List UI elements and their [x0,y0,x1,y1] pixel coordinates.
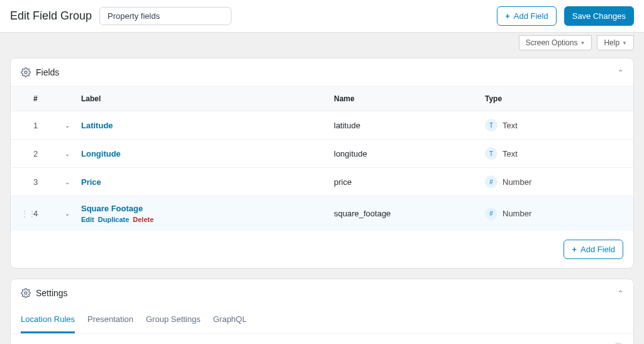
expand-field-icon[interactable]: ⌄ [65,122,81,129]
save-changes-button[interactable]: Save Changes [564,6,634,26]
content: Fields ⌃ # Label Name Type 1⌄Latitudelat… [0,50,644,344]
add-field-top-button[interactable]: Add Field [497,6,557,26]
page-title: Edit Field Group [10,9,92,23]
tab-graphql[interactable]: GraphQL [213,307,247,333]
field-label-link[interactable]: Square Footage [81,204,143,213]
tab-location-rules[interactable]: Location Rules [21,307,75,333]
fields-gear-icon [21,67,31,77]
collapse-panel-icon[interactable]: ⌃ [618,69,623,77]
expand-field-icon[interactable]: ⌄ [65,150,81,157]
type-badge-icon: T [485,147,497,160]
field-label-link[interactable]: Price [81,177,101,187]
field-type-text: Number [502,209,531,218]
field-order: 2 [33,149,65,158]
help-button[interactable]: Help ▼ [597,35,634,50]
field-label-cell: Square FootageEditDuplicateDelete [81,204,334,223]
settings-tabs: Location RulesPresentationGroup Settings… [11,307,633,334]
plus-icon [505,11,510,21]
field-row[interactable]: 3⌄Priceprice#Number [11,167,633,196]
row-actions: EditDuplicateDelete [81,216,334,223]
col-label-header: Label [81,94,334,103]
tab-group-settings[interactable]: Group Settings [146,307,201,333]
col-name-header: Name [334,94,485,103]
field-order: 1 [33,121,65,130]
svg-point-0 [25,71,27,74]
help-label: Help [604,38,619,47]
fields-panel-title: Fields [36,67,59,77]
add-field-top-label: Add Field [514,11,548,21]
field-order: 4 [33,209,65,218]
fields-rows: 1⌄LatitudelatitudeTText2⌄Longitudelongit… [11,111,633,231]
type-badge-icon: T [485,119,497,131]
settings-body: Rules ? Show this field group if Post Ty… [11,334,633,344]
svg-point-1 [25,292,27,294]
settings-panel-head: Settings ⌃ [11,279,633,307]
field-name: latitude [334,121,485,130]
field-name: square_footage [334,209,485,218]
field-order: 3 [33,177,65,187]
field-row[interactable]: 1⌄LatitudelatitudeTText [11,111,633,139]
field-label-cell: Latitude [81,121,334,130]
topbar: Edit Field Group Add Field Save Changes [0,0,644,33]
drag-handle-icon[interactable]: ⋮⋮ [21,209,33,218]
screen-options-row: Screen Options ▼ Help ▼ [0,33,644,50]
field-type: TText [485,119,623,131]
settings-panel: Settings ⌃ Location RulesPresentationGro… [10,279,634,344]
field-type: TText [485,147,623,160]
screen-options-label: Screen Options [526,38,578,47]
expand-field-icon[interactable]: ⌄ [65,179,81,186]
field-name: longitude [334,149,485,158]
duplicate-link[interactable]: Duplicate [98,216,130,223]
edit-link[interactable]: Edit [81,216,94,223]
settings-panel-title: Settings [36,288,68,298]
add-field-bottom-label: Add Field [580,245,615,254]
fields-panel: Fields ⌃ # Label Name Type 1⌄Latitudelat… [10,58,634,269]
field-row[interactable]: ⋮⋮4⌄Square FootageEditDuplicateDeletesqu… [11,196,633,231]
fields-panel-head: Fields ⌃ [11,58,633,86]
field-type-text: Number [502,177,531,187]
plus-icon [572,245,577,254]
field-type: #Number [485,208,623,220]
field-row[interactable]: 2⌄LongitudelongitudeTText [11,139,633,167]
settings-gear-icon [21,288,31,298]
collapse-panel-icon[interactable]: ⌃ [618,289,623,297]
type-badge-icon: # [485,175,497,188]
tab-presentation[interactable]: Presentation [87,307,133,333]
caret-down-icon: ▼ [622,40,627,46]
caret-down-icon: ▼ [580,40,585,46]
field-label-link[interactable]: Longitude [81,149,121,158]
col-type-header: Type [485,94,623,103]
fields-panel-footer: Add Field [11,231,633,268]
screen-options-button[interactable]: Screen Options ▼ [519,35,592,50]
field-label-cell: Price [81,177,334,187]
group-title-input[interactable] [99,7,231,25]
add-field-bottom-button[interactable]: Add Field [564,240,623,259]
field-type-text: Text [502,149,518,158]
field-name: price [334,177,485,187]
fields-table-header: # Label Name Type [11,86,633,111]
field-label-cell: Longitude [81,149,334,158]
type-badge-icon: # [485,208,497,220]
delete-link[interactable]: Delete [133,216,153,223]
field-type: #Number [485,175,623,188]
field-label-link[interactable]: Latitude [81,121,113,130]
field-type-text: Text [502,121,518,130]
col-order-header: # [33,94,65,103]
expand-field-icon[interactable]: ⌄ [65,210,81,217]
